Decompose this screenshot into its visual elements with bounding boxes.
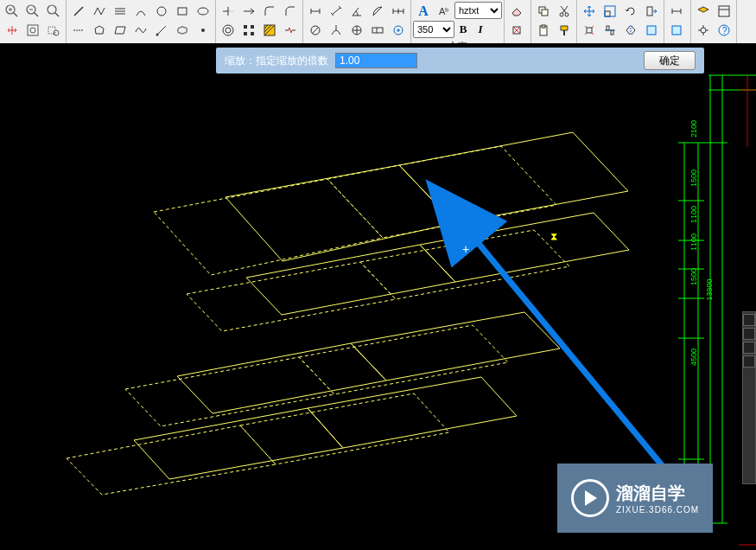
italic-button[interactable]: I (472, 21, 489, 38)
angular-dim-icon[interactable] (346, 2, 367, 21)
help-icon[interactable]: ? (714, 21, 734, 40)
radius-dim-icon[interactable] (367, 2, 388, 21)
panel-item-4[interactable] (743, 355, 755, 368)
dim-text-4: 1100 (689, 233, 698, 251)
arc-icon[interactable] (130, 2, 151, 21)
copy-icon[interactable] (533, 2, 554, 21)
multiline-icon[interactable] (110, 2, 130, 21)
block-icon[interactable] (641, 21, 662, 40)
array-icon[interactable] (238, 21, 259, 40)
svg-line-52 (312, 27, 319, 34)
svg-point-12 (54, 30, 59, 35)
font-select[interactable]: hztxt (454, 2, 502, 19)
erase-icon[interactable] (506, 2, 527, 21)
scale-factor-input[interactable] (335, 53, 417, 68)
line-icon[interactable] (68, 2, 89, 21)
svg-rect-30 (244, 25, 247, 29)
hatch-icon[interactable] (259, 21, 280, 40)
font-size-select[interactable]: 350 (413, 21, 454, 38)
offset-icon[interactable] (218, 21, 238, 40)
trim-icon[interactable] (218, 2, 238, 21)
svg-point-10 (30, 28, 35, 33)
svg-point-28 (226, 28, 231, 33)
svg-rect-92 (719, 6, 729, 16)
distance-icon[interactable] (666, 2, 687, 21)
area-icon[interactable] (666, 21, 687, 40)
panel-item-3[interactable] (743, 342, 755, 354)
layer-icon[interactable] (693, 2, 714, 21)
svg-rect-91 (672, 26, 681, 35)
scale-icon[interactable] (600, 2, 620, 21)
polyline-icon[interactable] (89, 2, 110, 21)
ellipse-icon[interactable] (193, 2, 213, 21)
center-mark-icon[interactable] (388, 21, 409, 40)
svg-rect-78 (587, 28, 592, 33)
dim-text-5: 1500 (689, 268, 698, 285)
settings-icon[interactable] (693, 21, 714, 40)
zoom-selection-icon[interactable] (43, 21, 64, 40)
hourglass-icon: ⧗ (550, 230, 557, 242)
spline-icon[interactable] (130, 21, 151, 40)
revision-cloud-icon[interactable] (172, 21, 193, 40)
dim-text-overall: 13900 (705, 278, 714, 300)
explode-icon[interactable] (579, 21, 600, 40)
text-style-icon[interactable]: Aᵇ (434, 2, 454, 21)
confirm-button[interactable]: 确定 (644, 51, 696, 70)
rectangle-icon[interactable] (172, 2, 193, 21)
command-prompt-bar: 缩放：指定缩放的倍数 确定 (216, 48, 704, 74)
format-painter-icon[interactable] (554, 21, 575, 40)
svg-text:Aᵇ: Aᵇ (439, 6, 449, 16)
svg-rect-67 (542, 10, 548, 16)
delete-object-icon[interactable] (506, 21, 527, 40)
circle-icon[interactable] (151, 2, 172, 21)
move-icon[interactable] (579, 2, 600, 21)
rotate-icon[interactable] (620, 2, 641, 21)
svg-line-43 (332, 8, 340, 15)
svg-line-79 (585, 26, 587, 28)
svg-line-82 (592, 33, 594, 35)
panel-item-1[interactable] (743, 314, 755, 326)
extend-icon[interactable] (238, 2, 259, 21)
zoom-in-icon[interactable] (2, 2, 22, 21)
zoom-window-icon[interactable] (43, 2, 64, 21)
panel-item-2[interactable] (743, 328, 755, 340)
construction-line-icon[interactable] (68, 21, 89, 40)
mirror-icon[interactable] (620, 21, 641, 40)
ordinate-dim-icon[interactable] (346, 21, 367, 40)
svg-marker-18 (95, 26, 104, 34)
point-icon[interactable] (193, 21, 213, 40)
zoom-extents-icon[interactable] (22, 21, 43, 40)
continue-dim-icon[interactable] (388, 2, 409, 21)
prompt-label: 缩放：指定缩放的倍数 (225, 54, 328, 68)
fillet-icon[interactable] (259, 2, 280, 21)
polygon-icon[interactable] (89, 21, 110, 40)
align-icon[interactable] (600, 21, 620, 40)
text-tool-icon[interactable]: A (413, 2, 434, 21)
paste-icon[interactable] (533, 21, 554, 40)
break-icon[interactable] (280, 21, 301, 40)
dim-text-3: 1100 (689, 206, 698, 223)
chamfer-icon[interactable] (280, 2, 301, 21)
tolerance-dim-icon[interactable] (367, 21, 388, 40)
ray-icon[interactable] (151, 21, 172, 40)
arc-dim-icon[interactable] (326, 21, 346, 40)
svg-point-7 (48, 5, 56, 14)
svg-line-1 (14, 13, 17, 16)
stretch-icon[interactable] (641, 2, 662, 21)
linear-dim-icon[interactable] (305, 2, 326, 21)
bold-button[interactable]: B (454, 21, 472, 38)
right-side-panel[interactable] (742, 311, 756, 484)
watermark-title: 溜溜自学 (616, 482, 699, 505)
parallelogram-icon[interactable] (110, 21, 130, 40)
zoom-out-icon[interactable] (22, 2, 43, 21)
svg-line-19 (157, 26, 166, 35)
svg-rect-32 (244, 32, 247, 35)
diameter-dim-icon[interactable] (305, 21, 326, 40)
cut-icon[interactable] (554, 2, 575, 21)
pan-icon[interactable] (2, 21, 22, 40)
dim-text-1: 2100 (689, 120, 698, 138)
svg-rect-87 (647, 26, 656, 35)
properties-icon[interactable] (714, 2, 734, 21)
aligned-dim-icon[interactable] (326, 2, 346, 21)
svg-line-81 (585, 33, 587, 35)
